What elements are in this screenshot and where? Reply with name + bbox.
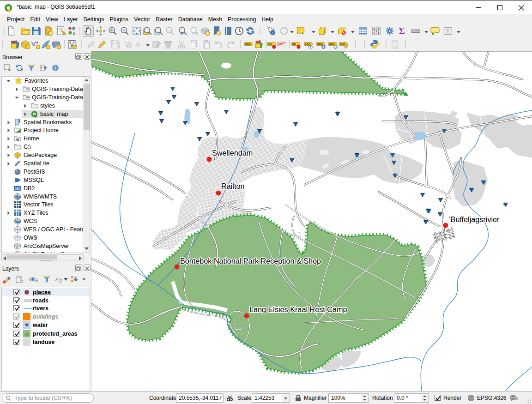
svg-text:Swellendam: Swellendam — [212, 149, 253, 157]
svg-text:ε: ε — [55, 276, 58, 283]
svg-text:DB2: DB2 — [15, 187, 21, 190]
svg-text:V: V — [17, 228, 19, 232]
svg-text:abc: abc — [278, 42, 284, 46]
svg-text:’Buffeljagsrivier: ’Buffeljagsrivier — [449, 215, 500, 223]
svg-text:?: ? — [393, 42, 397, 48]
svg-text:ab: ab — [268, 42, 272, 46]
svg-text:i: i — [55, 66, 56, 71]
svg-text:V: V — [31, 40, 36, 48]
svg-text:Σ: Σ — [399, 26, 405, 36]
svg-text:abc: abc — [317, 42, 323, 46]
svg-text:x: x — [138, 42, 141, 48]
svg-text:Lang Elsies Kraal Rest Camp: Lang Elsies Kraal Rest Camp — [249, 305, 347, 314]
svg-text:abc: abc — [329, 42, 335, 46]
svg-text:ab: ab — [292, 42, 296, 46]
svg-text:a: a — [73, 30, 76, 36]
svg-text:abc: abc — [340, 42, 346, 46]
svg-text:Railton: Railton — [221, 182, 244, 190]
svg-text:V: V — [70, 42, 73, 48]
svg-text:abc: abc — [245, 42, 251, 46]
svg-text:T: T — [446, 28, 450, 35]
svg-text:1:1: 1:1 — [168, 29, 171, 32]
svg-text:Bontebok National Park Recepti: Bontebok National Park Reception & Shop — [180, 257, 321, 265]
